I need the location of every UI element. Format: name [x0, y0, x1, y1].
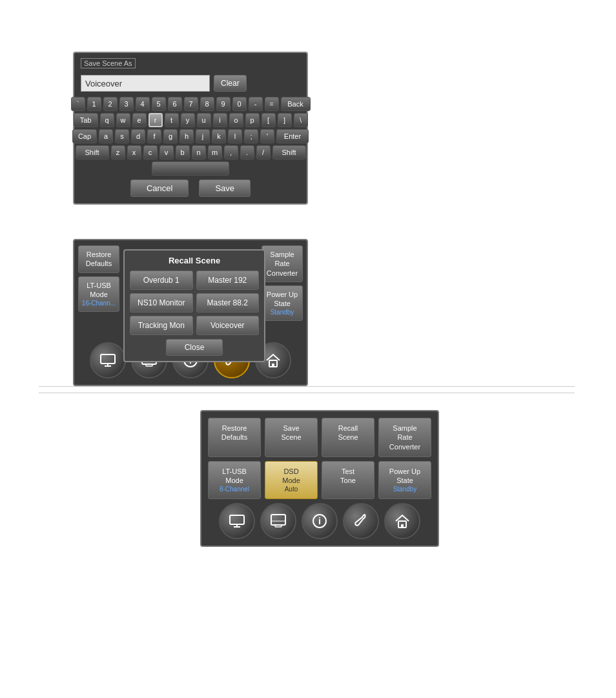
left-panel: RestoreDefaults LT-USBMode 16-Chann... [74, 240, 123, 320]
key-y[interactable]: y [181, 113, 195, 127]
power-up-state-btn[interactable]: Power UpStateStandby [378, 461, 431, 500]
screen-icon[interactable] [90, 342, 126, 378]
svg-text:i: i [318, 516, 321, 526]
key-shift-right[interactable]: Shift [272, 145, 306, 159]
key-g[interactable]: g [163, 129, 178, 143]
keyboard-row-1: Tab q w e r t y u i o p [ ] \ [81, 113, 300, 127]
main-info-icon[interactable]: i [302, 503, 338, 539]
test-tone-btn[interactable]: TestTone [322, 461, 375, 500]
key-tab[interactable]: Tab [74, 113, 98, 127]
key-6[interactable]: 6 [168, 97, 182, 111]
svg-rect-4 [146, 364, 152, 366]
key-e[interactable]: e [132, 113, 147, 127]
key-n[interactable]: n [192, 145, 206, 159]
divider-2 [39, 393, 575, 393]
main-screen-icon[interactable] [219, 503, 255, 539]
key-quote[interactable]: ' [260, 129, 274, 143]
scene-master192[interactable]: Master 192 [196, 271, 260, 290]
main-panel-section: RestoreDefaults SaveScene RecallScene Sa… [200, 410, 439, 547]
svg-rect-10 [230, 515, 244, 524]
restore-defaults-btn[interactable]: RestoreDefaults [208, 418, 261, 457]
key-o[interactable]: o [229, 113, 243, 127]
key-9[interactable]: 9 [216, 97, 231, 111]
lt-usb-mode-btn[interactable]: LT-USBMode8-Channel [208, 461, 261, 500]
key-comma[interactable]: , [224, 145, 238, 159]
key-enter[interactable]: Enter [276, 129, 309, 143]
key-m[interactable]: m [208, 145, 222, 159]
key-5[interactable]: 5 [152, 97, 166, 111]
key-shift-left[interactable]: Shift [76, 145, 109, 159]
power-up-button[interactable]: Power UpState Standby [262, 285, 303, 322]
key-minus[interactable]: - [249, 97, 263, 111]
key-d[interactable]: d [131, 129, 145, 143]
key-8[interactable]: 8 [200, 97, 214, 111]
key-0[interactable]: 0 [232, 97, 247, 111]
svg-rect-13 [271, 515, 285, 525]
recall-scene-btn[interactable]: RecallScene [322, 418, 375, 457]
key-b[interactable]: b [176, 145, 190, 159]
key-a[interactable]: a [99, 129, 113, 143]
key-x[interactable]: x [127, 145, 141, 159]
recall-close-button[interactable]: Close [166, 339, 223, 356]
key-i[interactable]: i [213, 113, 227, 127]
scene-overdub1[interactable]: Overdub 1 [130, 271, 193, 290]
main-monitor-icon[interactable] [260, 503, 296, 539]
key-back[interactable]: Back [281, 97, 311, 111]
restore-defaults-button[interactable]: RestoreDefaults [78, 245, 119, 273]
svg-rect-14 [275, 525, 282, 527]
key-v[interactable]: v [159, 145, 174, 159]
key-period[interactable]: . [240, 145, 254, 159]
main-home-icon[interactable] [384, 503, 420, 539]
key-4[interactable]: 4 [136, 97, 150, 111]
clear-button[interactable]: Clear [214, 75, 247, 92]
key-slash[interactable]: / [256, 145, 271, 159]
sample-rate-button[interactable]: SampleRateConverter [262, 245, 303, 282]
scene-trackingmon[interactable]: Tracking Mon [130, 316, 193, 335]
key-h[interactable]: h [180, 129, 194, 143]
key-q[interactable]: q [100, 113, 114, 127]
main-grid: RestoreDefaults SaveScene RecallScene Sa… [208, 418, 431, 499]
save-button[interactable]: Save [199, 180, 251, 197]
key-backslash[interactable]: \ [294, 113, 308, 127]
key-7[interactable]: 7 [184, 97, 198, 111]
key-r[interactable]: r [149, 113, 163, 127]
scene-master882[interactable]: Master 88.2 [196, 293, 260, 313]
key-f[interactable]: f [147, 129, 161, 143]
key-l[interactable]: l [228, 129, 242, 143]
key-lbracket[interactable]: [ [262, 113, 276, 127]
lt-usb-sub: 16-Chann... [81, 299, 116, 307]
scene-voiceover[interactable]: Voiceover [196, 316, 260, 335]
spacebar[interactable] [152, 161, 229, 176]
key-equals[interactable]: = [265, 97, 279, 111]
key-k[interactable]: k [212, 129, 226, 143]
key-2[interactable]: 2 [103, 97, 118, 111]
sample-rate-converter-btn[interactable]: SampleRateConverter [378, 418, 431, 457]
key-3[interactable]: 3 [119, 97, 134, 111]
dsd-sub-label: Auto [268, 485, 314, 493]
key-cap[interactable]: Cap [72, 129, 97, 143]
key-rbracket[interactable]: ] [278, 113, 292, 127]
key-t[interactable]: t [165, 113, 179, 127]
key-1[interactable]: 1 [87, 97, 101, 111]
save-scene-input[interactable] [81, 75, 210, 92]
key-semicolon[interactable]: ; [244, 129, 258, 143]
scene-ns10monitor[interactable]: NS10 Monitor [130, 293, 193, 313]
keyboard-row-3: Shift z x c v b n m , . / Shift [81, 145, 300, 159]
key-z[interactable]: z [111, 145, 125, 159]
save-scene-title: Save Scene As [81, 58, 136, 68]
key-j[interactable]: j [196, 129, 210, 143]
key-p[interactable]: p [245, 113, 260, 127]
divider-1 [39, 386, 575, 387]
lt-usb-sub-label: 8-Channel [211, 485, 258, 493]
recall-grid: Overdub 1 Master 192 NS10 Monitor Master… [130, 271, 259, 335]
cancel-button[interactable]: Cancel [130, 180, 189, 197]
key-c[interactable]: c [143, 145, 158, 159]
lt-usb-mode-button[interactable]: LT-USBMode 16-Chann... [78, 276, 119, 313]
key-s[interactable]: s [115, 129, 129, 143]
key-backtick[interactable]: ` [71, 97, 85, 111]
key-w[interactable]: w [116, 113, 130, 127]
key-u[interactable]: u [197, 113, 211, 127]
dsd-mode-btn[interactable]: DSDModeAuto [265, 461, 318, 500]
main-wrench-icon[interactable] [343, 503, 379, 539]
save-scene-btn[interactable]: SaveScene [265, 418, 318, 457]
